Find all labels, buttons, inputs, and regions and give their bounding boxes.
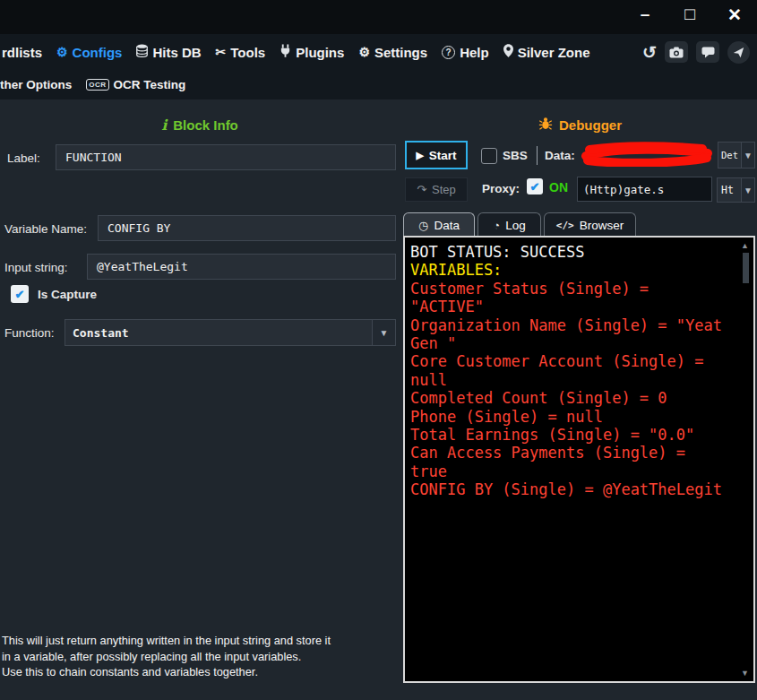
menu-item-tools[interactable]: ✂ Tools [216,45,266,60]
proxy-on-badge: ON [549,180,568,194]
output-line: Total Earnings (Single) = "0.0" [410,426,727,444]
location-pin-icon [503,44,513,60]
screenshot-camera-icon[interactable] [665,41,688,63]
start-button[interactable]: ▶ Start [405,141,468,169]
menubar: rdlists ⚙ Configs Hits DB ✂ Tools Plugin… [0,34,757,70]
chat-icon[interactable] [696,41,719,63]
menu-label-silver-zone: Silver Zone [518,45,590,60]
tab-data[interactable]: ◷ Data [403,212,475,237]
menu-label-wordlists: rdlists [2,45,42,60]
telegram-send-icon[interactable] [727,41,750,64]
ocr-icon: OCR [86,79,108,91]
input-string-label: Input string: [4,261,68,274]
output-line: Phone (Single) = null [410,408,727,426]
clock-icon: ◔ [493,220,500,231]
debug-output-lines: BOT STATUS: SUCCESS VARIABLES: Customer … [410,243,727,499]
debugger-header: Debugger [403,117,757,133]
bug-icon [538,117,553,133]
output-line: Organization Name (Single) = "Yeat Gen " [410,316,727,353]
subnav-label-other-options: ther Options [0,78,72,91]
minimize-icon[interactable]: – [635,4,655,25]
subnav: ther Options OCR OCR Testing [0,70,757,99]
output-line: Core Customer Account (Single) = null [410,352,727,389]
menu-item-plugins[interactable]: Plugins [280,44,344,60]
output-line: Can Access Payments (Single) = true [410,444,727,480]
chevron-down-icon[interactable]: ▼ [372,320,395,345]
tab-data-label: Data [434,219,460,232]
label-input[interactable]: FUNCTION [56,144,396,170]
stopwatch-icon: ◷ [418,220,428,231]
tools-icon: ✂ [216,46,227,58]
variable-name-label: Variable Name: [4,222,87,236]
menu-item-wordlists[interactable]: rdlists [2,45,42,60]
app-window: – □ ✕ rdlists ⚙ Configs Hits DB ✂ Tools [0,0,757,700]
is-capture-checkbox[interactable]: ✔ [11,285,29,303]
output-line: Completed Count (Single) = 0 [410,389,727,407]
menu-label-plugins: Plugins [296,45,344,60]
divider [537,146,538,165]
check-icon: ✔ [15,288,25,301]
chevron-down-icon[interactable]: ▼ [741,143,754,168]
menu-label-tools: Tools [230,45,265,60]
tab-log[interactable]: ◔ Log [477,212,541,237]
menu-label-configs: Configs [73,45,123,60]
window-controls: – □ ✕ [635,4,744,25]
is-capture-label: Is Capture [38,288,97,301]
help-icon: ? [442,46,455,59]
proxy-checkbox[interactable]: ✔ [527,178,543,194]
debugger-title: Debugger [559,117,622,133]
output-line: BOT STATUS: SUCCESS [410,243,727,261]
proxy-type-dropdown[interactable]: Ht ▼ [717,177,755,203]
menu-item-configs[interactable]: ⚙ Configs [56,45,122,60]
menu-label-help: Help [460,45,489,60]
input-string-input[interactable]: @YeatTheLegit [87,254,396,280]
output-line: Customer Status (Single) = "ACTIVE" [410,280,727,316]
menubar-right-icons: ↺ [642,41,757,64]
variable-name-input[interactable]: CONFIG BY [98,215,396,241]
maximize-icon[interactable]: □ [680,4,700,25]
output-line: CONFIG BY (Single) = @YeatTheLegit [410,480,727,498]
sbs-checkbox[interactable] [481,148,497,164]
step-button[interactable]: ↷ Step [405,177,468,202]
data-input-redacted[interactable] [579,142,715,167]
step-button-label: Step [432,183,456,196]
subnav-label-ocr-testing: OCR Testing [114,78,186,91]
tab-browser[interactable]: </> Browser [544,212,636,237]
menu-item-hits-db[interactable]: Hits DB [136,44,201,60]
block-description: This will just return anything written i… [2,633,403,680]
menu-item-help[interactable]: ? Help [442,45,489,60]
check-icon: ✔ [530,180,540,194]
menu-label-settings: Settings [374,45,427,60]
proxy-label: Proxy: [482,182,520,195]
scrollbar-thumb[interactable] [743,253,749,283]
output-line: VARIABLES: [410,261,727,279]
menu-item-settings[interactable]: ⚙ Settings [358,45,427,60]
subnav-item-other-options[interactable]: ther Options [0,78,72,91]
play-icon: ▶ [416,150,423,161]
function-dropdown[interactable]: Constant ▼ [65,319,396,346]
data-label: Data: [545,149,575,162]
proxy-input[interactable]: (Http)gate.s [577,177,712,202]
menu-item-silver-zone[interactable]: Silver Zone [503,44,590,60]
data-type-dropdown[interactable]: Det ▼ [718,142,755,169]
scroll-down-icon[interactable]: ▼ [741,669,749,678]
step-arrow-icon: ↷ [417,183,426,196]
info-icon: i [161,117,167,134]
history-icon[interactable]: ↺ [642,44,657,61]
close-icon[interactable]: ✕ [725,4,744,25]
description-line: in a variable, after possibly replacing … [2,649,403,665]
gear-icon: ⚙ [358,46,370,58]
chevron-down-icon[interactable]: ▼ [741,178,754,202]
subnav-item-ocr-testing[interactable]: OCR OCR Testing [86,78,185,91]
code-icon: </> [556,220,574,230]
label-field-label: Label: [7,151,40,165]
function-dropdown-value: Constant [65,320,372,345]
description-line: This will just return anything written i… [2,633,403,649]
tab-browser-label: Browser [580,219,624,232]
scroll-up-icon[interactable]: ▲ [741,241,749,250]
plug-icon [280,44,291,60]
tab-log-label: Log [505,219,526,232]
function-label: Function: [4,326,55,340]
titlebar: – □ ✕ [0,0,757,34]
gear-icon: ⚙ [56,46,68,58]
